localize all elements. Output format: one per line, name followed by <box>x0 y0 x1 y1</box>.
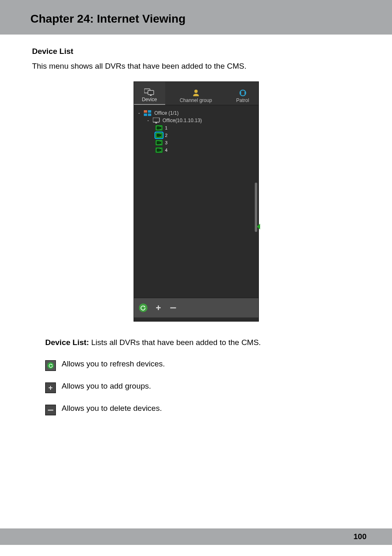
tree-channel-row[interactable]: 4 <box>137 146 258 154</box>
group-icon <box>144 110 152 116</box>
tree-channel-row[interactable]: 3 <box>137 139 258 146</box>
tree-device-row[interactable]: - Office(10.1.10.13) <box>137 117 258 124</box>
channel-label: 4 <box>165 148 168 153</box>
svg-marker-17 <box>160 141 161 144</box>
refresh-button[interactable] <box>139 303 148 312</box>
tab-bar: Device Channel group <box>134 82 258 105</box>
cms-panel: Device Channel group <box>134 81 259 322</box>
collapse-toggle-icon[interactable]: - <box>146 118 150 123</box>
refresh-legend-text: Allows you to refresh devices. <box>62 359 165 368</box>
svg-rect-8 <box>144 114 147 116</box>
tab-device[interactable]: Device <box>134 82 165 105</box>
svg-marker-15 <box>160 134 161 137</box>
svg-point-3 <box>194 90 198 93</box>
device-tree: - Office (1/1) - <box>134 105 258 298</box>
svg-rect-2 <box>150 95 152 96</box>
svg-rect-12 <box>157 126 160 130</box>
camera-channel-icon <box>155 147 163 153</box>
description-block: Device List: Lists all DVRs that have be… <box>30 338 362 415</box>
section-intro-text: This menu shows all DVRs that have been … <box>32 62 362 71</box>
minus-icon-badge: − <box>45 405 56 415</box>
svg-rect-16 <box>157 141 160 144</box>
tab-channel-group[interactable]: Channel group <box>165 82 227 105</box>
tree-channel-row[interactable]: 2 <box>137 132 258 139</box>
add-legend-row: + Allows you to add groups. <box>45 382 362 393</box>
device-list-description: Device List: Lists all DVRs that have be… <box>45 338 362 347</box>
camera-channel-icon <box>155 125 163 131</box>
svg-marker-20 <box>257 224 260 229</box>
device-list-label: Device List: <box>45 338 89 347</box>
svg-rect-14 <box>157 134 160 137</box>
tree-group-row[interactable]: - Office (1/1) <box>137 109 258 117</box>
svg-rect-10 <box>153 118 159 122</box>
channel-label: 3 <box>165 140 168 145</box>
refresh-icon-badge <box>45 360 56 371</box>
tree-device-label: Office(10.1.10.13) <box>163 118 202 123</box>
delete-legend-text: Allows you to delete devices. <box>62 404 162 413</box>
svg-marker-13 <box>160 126 161 130</box>
monitors-icon <box>144 88 155 97</box>
svg-marker-19 <box>160 148 161 152</box>
patrol-icon <box>239 88 247 97</box>
panel-edge-arrow-icon <box>257 224 260 231</box>
add-group-button[interactable]: + <box>155 304 162 312</box>
section-heading: Device List <box>32 47 362 56</box>
svg-rect-6 <box>144 110 147 113</box>
collapse-toggle-icon[interactable]: - <box>137 110 141 116</box>
panel-action-bar: + − <box>134 298 258 317</box>
camera-channel-icon <box>155 140 163 146</box>
page-body: Device List This menu shows all DVRs tha… <box>0 35 392 415</box>
device-list-text: Lists all DVRs that have been added to t… <box>91 338 261 347</box>
svg-rect-11 <box>155 123 157 123</box>
svg-rect-18 <box>157 148 160 152</box>
add-legend-text: Allows you to add groups. <box>62 382 151 391</box>
chapter-header-bar: Chapter 24: Internet Viewing <box>0 0 392 35</box>
tree-group-label: Office (1/1) <box>154 110 179 116</box>
svg-rect-1 <box>148 90 154 95</box>
tree-channel-row[interactable]: 1 <box>137 124 258 132</box>
tab-device-label: Device <box>142 97 157 102</box>
channel-label: 1 <box>165 125 168 130</box>
dvr-icon <box>153 118 160 123</box>
delete-device-button[interactable]: − <box>170 304 177 312</box>
refresh-icon <box>47 362 54 369</box>
camera-channel-icon <box>155 132 163 138</box>
refresh-legend-row: Allows you to refresh devices. <box>45 359 362 371</box>
chapter-title: Chapter 24: Internet Viewing <box>30 12 380 25</box>
tab-patrol[interactable]: Patrol <box>227 82 259 105</box>
page-number: 100 <box>353 532 367 541</box>
tab-channel-group-label: Channel group <box>180 97 212 103</box>
person-icon <box>192 88 200 97</box>
tab-patrol-label: Patrol <box>236 97 249 103</box>
plus-icon-badge: + <box>45 382 56 393</box>
delete-legend-row: − Allows you to delete devices. <box>45 404 362 415</box>
svg-rect-7 <box>148 110 151 113</box>
svg-marker-21 <box>144 306 145 307</box>
svg-rect-9 <box>148 114 151 116</box>
page-footer-bar: 100 <box>0 528 392 545</box>
channel-label: 2 <box>165 133 168 138</box>
